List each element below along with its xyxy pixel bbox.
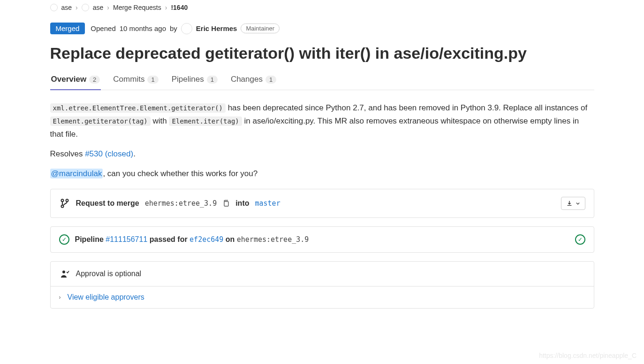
mr-description-p2: Resolves #530 (closed). bbox=[50, 147, 594, 161]
tab-count: 1 bbox=[265, 76, 276, 84]
download-icon bbox=[566, 200, 573, 207]
pipeline-on: on bbox=[223, 235, 236, 243]
author-avatar[interactable] bbox=[181, 23, 192, 34]
svg-rect-3 bbox=[224, 201, 228, 206]
into-label: into bbox=[235, 199, 249, 208]
tab-count: 2 bbox=[89, 76, 100, 84]
tab-overview[interactable]: Overview 2 bbox=[50, 69, 101, 90]
tabs: Overview 2 Commits 1 Pipelines 1 Changes… bbox=[50, 69, 594, 90]
code-snippet: xml.etree.ElementTree.Element.getiterato… bbox=[50, 103, 226, 113]
tab-label: Overview bbox=[51, 75, 87, 84]
breadcrumb-group[interactable]: ase bbox=[61, 4, 72, 11]
code-snippet: Element.getiterator(tag) bbox=[50, 116, 151, 126]
chevron-down-icon bbox=[576, 201, 580, 206]
merge-request-widget: Request to merge ehermes:etree_3.9 into … bbox=[50, 189, 594, 218]
opened-prefix: Opened bbox=[91, 24, 115, 32]
author-name[interactable]: Eric Hermes bbox=[196, 24, 237, 32]
pipeline-status-icon: ✓ bbox=[59, 234, 69, 245]
commit-sha-link[interactable]: ef2ec649 bbox=[189, 235, 223, 244]
tab-label: Commits bbox=[113, 75, 144, 84]
view-approvers-link: View eligible approvers bbox=[68, 293, 144, 302]
issue-link[interactable]: #530 (closed) bbox=[85, 149, 133, 158]
approval-icon bbox=[59, 269, 70, 279]
pipeline-branch: ehermes:etree_3.9 bbox=[237, 235, 309, 244]
approval-widget: Approval is optional › View eligible app… bbox=[50, 261, 594, 309]
mr-header: Merged Opened 10 months ago by Eric Herm… bbox=[50, 23, 594, 34]
code-snippet: Element.iter(tag) bbox=[169, 116, 242, 126]
breadcrumb-section[interactable]: Merge Requests bbox=[113, 4, 161, 11]
approval-text: Approval is optional bbox=[76, 270, 142, 278]
eligible-approvers-toggle[interactable]: › View eligible approvers bbox=[51, 286, 594, 308]
download-button[interactable] bbox=[561, 197, 585, 210]
pipeline-passed: passed for bbox=[147, 235, 189, 243]
tab-count: 1 bbox=[147, 76, 158, 84]
pipeline-label: Pipeline bbox=[75, 235, 106, 243]
svg-point-2 bbox=[66, 200, 68, 202]
tab-commits[interactable]: Commits 1 bbox=[112, 69, 159, 90]
svg-point-1 bbox=[61, 205, 63, 208]
breadcrumb: ase › ase › Merge Requests › !1640 bbox=[50, 0, 594, 15]
status-badge: Merged bbox=[50, 23, 85, 34]
source-branch: ehermes:etree_3.9 bbox=[145, 199, 217, 208]
tab-label: Pipelines bbox=[172, 75, 204, 84]
target-branch[interactable]: master bbox=[255, 199, 280, 208]
copy-icon[interactable] bbox=[222, 200, 230, 207]
group-avatar bbox=[50, 4, 58, 11]
svg-point-4 bbox=[62, 271, 65, 273]
mr-title: Replace deprecated getiterator() with it… bbox=[50, 43, 594, 63]
tab-changes[interactable]: Changes 1 bbox=[230, 69, 277, 90]
mr-description-p1: xml.etree.ElementTree.Element.getiterato… bbox=[50, 101, 594, 141]
pipeline-status-check-icon[interactable]: ✓ bbox=[575, 234, 585, 245]
pipeline-widget: ✓ Pipeline #111156711 passed for ef2ec64… bbox=[50, 226, 594, 253]
role-badge: Maintainer bbox=[241, 23, 280, 33]
chevron-right-icon: › bbox=[76, 4, 78, 11]
project-avatar bbox=[82, 4, 89, 11]
user-mention[interactable]: @marcindulak bbox=[50, 169, 103, 178]
tab-count: 1 bbox=[207, 76, 218, 84]
mr-description-p3: @marcindulak, can you check whether this… bbox=[50, 167, 594, 180]
opened-time: 10 months ago bbox=[120, 24, 166, 32]
tab-pipelines[interactable]: Pipelines 1 bbox=[171, 69, 219, 90]
pipeline-id-link[interactable]: #111156711 bbox=[106, 235, 147, 243]
svg-point-0 bbox=[61, 200, 63, 202]
opened-by-label: by bbox=[170, 24, 177, 32]
chevron-right-icon: › bbox=[165, 4, 167, 11]
breadcrumb-project[interactable]: ase bbox=[93, 4, 104, 11]
chevron-right-icon: › bbox=[59, 294, 61, 301]
breadcrumb-ref[interactable]: !1640 bbox=[171, 4, 188, 11]
tab-label: Changes bbox=[231, 75, 263, 84]
request-merge-label: Request to merge bbox=[76, 199, 139, 208]
merge-icon bbox=[59, 199, 70, 208]
chevron-right-icon: › bbox=[107, 4, 109, 11]
